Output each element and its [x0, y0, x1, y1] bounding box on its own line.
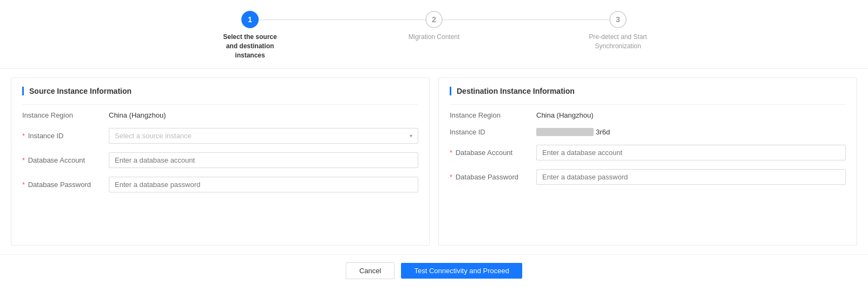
step-3-number: 3	[616, 15, 620, 24]
content-area: Source Instance Information Instance Reg…	[0, 69, 868, 254]
destination-region-label: Instance Region	[450, 111, 536, 119]
proceed-button[interactable]: Test Connectivity and Proceed	[401, 263, 522, 279]
source-region-row: Instance Region China (Hangzhou)	[22, 111, 418, 119]
destination-db-account-label: * Database Account	[450, 149, 536, 157]
step-1-label: Select the source and destination instan…	[218, 33, 282, 60]
destination-db-account-row: * Database Account	[450, 145, 846, 160]
destination-db-password-row: * Database Password	[450, 169, 846, 185]
step-2-label: Migration Content	[409, 33, 460, 42]
source-panel-title: Source Instance Information	[22, 87, 418, 95]
source-db-password-required: *	[22, 181, 25, 189]
step-3-circle: 3	[609, 11, 627, 28]
step-2-number: 2	[432, 15, 436, 24]
destination-db-account-required: *	[450, 149, 452, 157]
source-instance-id-placeholder: Select a source instance	[115, 132, 410, 140]
source-instance-id-select[interactable]: Select a source instance ▾	[109, 128, 418, 144]
destination-divider	[450, 104, 846, 105]
page-wrapper: 1 Select the source and destination inst…	[0, 0, 868, 290]
step-2-circle: 2	[425, 11, 443, 28]
destination-db-account-input[interactable]	[536, 145, 846, 160]
step-3-label: Pre-detect and Start Synchronization	[586, 33, 650, 51]
destination-instance-id-blurred: ██████████	[536, 128, 594, 136]
destination-panel-title: Destination Instance Information	[450, 87, 846, 95]
cancel-button[interactable]: Cancel	[346, 262, 394, 279]
destination-instance-id-label: Instance ID	[450, 128, 536, 136]
step-1: 1 Select the source and destination inst…	[158, 11, 342, 60]
dropdown-arrow-icon: ▾	[410, 133, 412, 139]
stepper: 1 Select the source and destination inst…	[0, 0, 868, 69]
source-db-password-label: * Database Password	[22, 181, 109, 189]
destination-instance-id-value: ██████████ 3r6d	[536, 128, 610, 136]
source-instance-id-required: *	[22, 132, 25, 140]
footer: Cancel Test Connectivity and Proceed	[0, 254, 868, 290]
step-1-circle: 1	[241, 11, 259, 28]
step-3: 3 Pre-detect and Start Synchronization	[526, 11, 710, 51]
destination-db-password-label: * Database Password	[450, 173, 536, 181]
source-region-label: Instance Region	[22, 111, 109, 119]
destination-instance-id-row: Instance ID ██████████ 3r6d	[450, 128, 846, 136]
destination-region-value: China (Hangzhou)	[536, 111, 594, 119]
source-db-account-label: * Database Account	[22, 156, 109, 164]
source-db-password-row: * Database Password	[22, 177, 418, 192]
source-region-value: China (Hangzhou)	[109, 111, 166, 119]
source-db-account-row: * Database Account	[22, 152, 418, 168]
destination-region-row: Instance Region China (Hangzhou)	[450, 111, 846, 119]
destination-db-password-required: *	[450, 173, 452, 181]
source-db-account-input[interactable]	[109, 152, 418, 168]
source-instance-id-label: * Instance ID	[22, 132, 109, 140]
step-1-number: 1	[248, 15, 252, 24]
destination-panel: Destination Instance Information Instanc…	[438, 78, 857, 246]
destination-db-password-input[interactable]	[536, 169, 846, 185]
source-panel: Source Instance Information Instance Reg…	[11, 78, 430, 246]
source-divider	[22, 104, 418, 105]
destination-instance-id-suffix: 3r6d	[596, 128, 610, 136]
step-2: 2 Migration Content	[342, 11, 526, 42]
source-db-password-input[interactable]	[109, 177, 418, 192]
source-instance-id-row: * Instance ID Select a source instance ▾	[22, 128, 418, 144]
source-db-account-required: *	[22, 156, 25, 164]
